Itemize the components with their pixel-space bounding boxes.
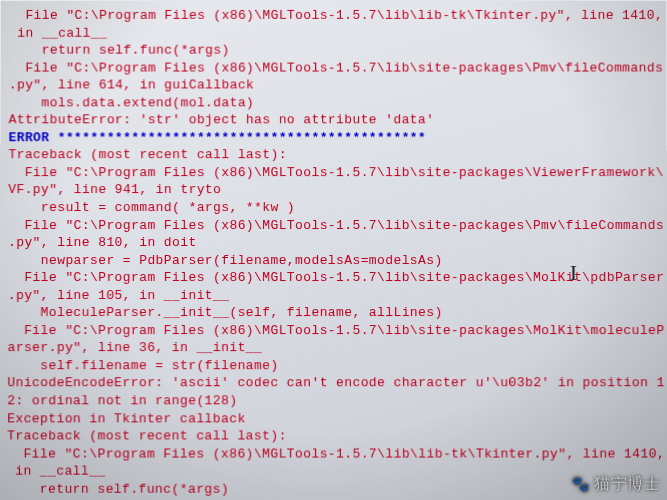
console-line: newparser = PdbParser(filename,modelsAs=…	[8, 252, 659, 270]
console-line: 2: ordinal not in range(128)	[7, 392, 660, 410]
paw-icon: 🐾	[572, 475, 590, 493]
watermark-text: 猫宁博士	[594, 473, 660, 495]
console-line: File "C:\Program Files (x86)\MGLTools-1.…	[7, 445, 660, 463]
console-line: self.filename = str(filename)	[7, 357, 659, 375]
console-output[interactable]: File "C:\Program Files (x86)\MGLTools-1.…	[0, 1, 667, 500]
console-line: File "C:\Program Files (x86)\MGLTools-1.…	[8, 269, 659, 287]
console-line: File "C:\Program Files (x86)\MGLTools-1.…	[9, 7, 658, 24]
console-line: UnicodeEncodeError: 'ascii' codec can't …	[7, 375, 659, 393]
console-line: ERROR **********************************…	[8, 129, 658, 146]
console-line: VF.py", line 941, in tryto	[8, 182, 659, 200]
console-line: MoleculeParser.__init__(self, filename, …	[8, 304, 660, 322]
console-line: File "C:\Program Files (x86)\MGLTools-1.…	[8, 217, 659, 235]
console-line: result = command( *args, **kw )	[8, 199, 659, 217]
console-line: return self.func(*args)	[7, 480, 660, 498]
console-line: File "C:\Program Files (x86)\MGLTools-1.…	[8, 322, 660, 340]
console-line: Traceback (most recent call last):	[8, 147, 658, 164]
console-line: return self.func(*args)	[9, 42, 658, 59]
console-line: AttributeError: 'str' object has no attr…	[9, 112, 659, 129]
console-line: .py", line 614, in guiCallback	[9, 77, 659, 94]
console-line: arser.py", line 36, in __init__	[7, 339, 659, 357]
console-line: .py", line 810, in doit	[8, 234, 659, 252]
console-line: Exception in Tkinter callback	[7, 410, 660, 428]
console-line: in __call__	[9, 24, 658, 41]
console-line: File "C:\Program Files (x86)\MGLTools-1.…	[8, 164, 658, 182]
console-line: .py", line 105, in __init__	[8, 287, 660, 305]
console-line: in __call__	[7, 463, 660, 481]
console-line: File "C:\Program Files (x86)\MGLTools-1.…	[9, 59, 658, 76]
watermark: 🐾 猫宁博士	[572, 473, 660, 495]
console-line: mols.data.extend(mol.data)	[9, 94, 659, 111]
console-line: Traceback (most recent call last):	[7, 428, 660, 446]
